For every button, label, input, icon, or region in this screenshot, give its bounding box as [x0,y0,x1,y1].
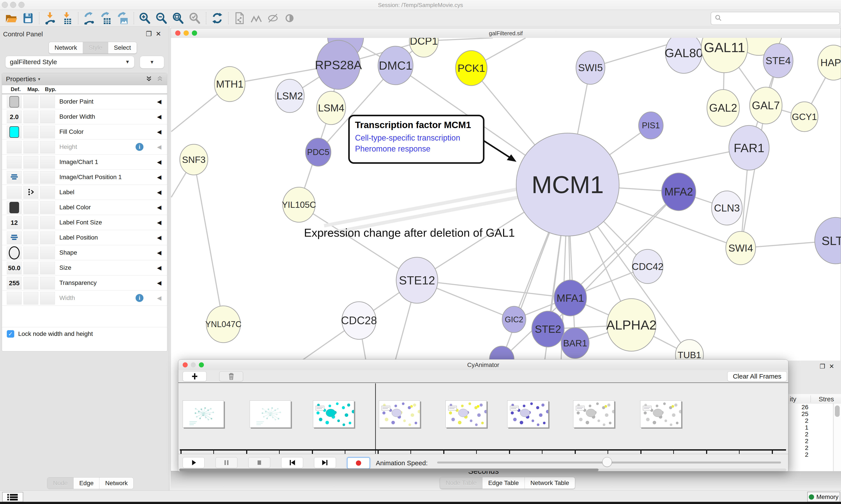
cyanimator-title-bar[interactable]: CyAnimator [178,360,788,370]
show-graphics-icon[interactable] [283,11,297,25]
table-row[interactable]: 2 [788,417,833,424]
property-row-height[interactable]: Height i ◀ [2,140,167,155]
default-swatch[interactable] [10,126,19,138]
property-row-label-font-size[interactable]: 12 Label Font Size ◀ [2,215,167,230]
table-row[interactable]: 2 [788,431,833,438]
property-row-label-color[interactable]: Label Color ◀ [2,200,167,215]
expand-row-icon[interactable]: ◀ [157,140,161,154]
close-panel-icon[interactable]: ✕ [829,363,838,370]
network-node-MCM1[interactable]: MCM1 [516,133,619,236]
network-node-CDC28[interactable]: CDC28 [341,302,377,339]
info-icon[interactable]: i [136,294,143,302]
go-to-end-button[interactable] [314,457,336,468]
network-node-HAP[interactable]: HAP2 [818,45,841,80]
clear-all-frames-button[interactable]: Clear All Frames [727,371,787,381]
network-node-DMC1[interactable]: DMC1 [378,46,413,85]
property-row-image-chart-1[interactable]: Image/Chart 1 ◀ [2,155,167,170]
style-selector[interactable]: galFiltered Style ▼ [5,56,135,68]
expand-row-icon[interactable]: ◀ [157,94,161,109]
record-button[interactable] [347,457,370,469]
tab-node-table[interactable]: Node Table [440,477,482,489]
network-file-icon[interactable] [233,11,247,25]
network-node-GAL80[interactable]: GAL80 [665,38,703,73]
table-row[interactable]: 25 [788,411,833,417]
expand-row-icon[interactable]: ◀ [157,124,161,139]
info-icon[interactable]: i [136,143,143,151]
position-icon[interactable] [11,174,18,181]
property-row-width[interactable]: Width i ◀ [2,290,167,306]
property-row-fill-color[interactable]: Fill Color ◀ [2,124,167,140]
network-node-GCY1[interactable]: GCY1 [791,102,818,131]
network-node-BAR1[interactable]: BAR1 [561,328,589,358]
timeline-playhead[interactable] [375,383,376,459]
network-node-STE2[interactable]: STE2 [532,311,564,347]
tab-node[interactable]: Node [47,478,74,489]
lock-size-checkbox[interactable]: ✓ [7,330,14,338]
import-network-icon[interactable] [43,11,57,25]
network-node-LSM4[interactable]: LSM4 [317,91,345,125]
close-panel-icon[interactable]: ✕ [156,30,165,37]
tab-select[interactable]: Select [108,42,137,53]
network-node-CLN3[interactable]: CLN3 [712,191,742,225]
expand-row-icon[interactable]: ◀ [157,185,161,200]
style-options-button[interactable]: ▼ [140,56,164,69]
export-network-icon[interactable] [82,11,96,25]
stop-button[interactable] [248,457,270,468]
frame-thumbnail-7[interactable] [573,400,614,428]
hide-graphics-icon[interactable] [266,11,280,25]
tab-style[interactable]: Style [83,42,108,53]
timeline-horizontal-scrollbar[interactable] [179,469,786,471]
add-frame-button[interactable] [183,371,207,381]
save-session-icon[interactable] [21,11,35,25]
zoom-in-icon[interactable] [138,11,152,25]
network-node-PCK1[interactable]: PCK1 [455,51,487,86]
expand-all-icon[interactable] [145,75,153,83]
table-row[interactable]: 26 [788,404,833,411]
network-node-SWI5[interactable]: SWI5 [576,51,605,84]
zoom-selected-icon[interactable] [188,11,202,25]
table-scrollbar[interactable] [834,404,841,471]
frame-thumbnail-6[interactable] [507,400,549,428]
network-node-MTH1[interactable]: MTH1 [214,67,245,102]
table-row[interactable]: 2 [788,451,833,458]
frame-thumbnail-8[interactable] [640,400,681,428]
default-value[interactable]: 50.0 [8,265,20,272]
property-row-border-paint[interactable]: Border Paint ◀ [2,94,167,109]
property-row-shape[interactable]: Shape ◀ [2,245,167,260]
float-panel-icon[interactable]: ❐ [146,30,156,37]
float-panel-icon[interactable]: ❐ [820,363,829,370]
network-node-GAL2[interactable]: GAL2 [707,90,739,126]
column-header-stress[interactable]: Stres [819,395,834,403]
import-table-icon[interactable] [60,11,74,25]
expand-row-icon[interactable]: ◀ [157,170,161,184]
property-row-image-chart-position-1[interactable]: Image/Chart Position 1 ◀ [2,170,167,185]
export-image-icon[interactable] [115,11,130,25]
network-node-MFA2[interactable]: MFA2 [662,173,696,211]
ellipse-shape-icon[interactable] [9,246,20,259]
properties-header[interactable]: Properties ▾ [2,73,167,85]
network-node-DCP1[interactable]: DCP1 [409,38,438,57]
default-value[interactable]: 2.0 [10,113,19,121]
annotation-link[interactable]: Cell-type-specific transcription [355,132,478,143]
network-window-title-bar[interactable]: galFiltered.sif [171,28,841,38]
network-node-GAL11[interactable]: GAL11 [701,38,748,73]
network-node-SNF3[interactable]: SNF3 [180,144,208,175]
expand-row-icon[interactable]: ◀ [157,109,161,124]
network-node-SWI4[interactable]: SWI4 [726,231,756,265]
table-row[interactable]: 2 [788,438,833,445]
frame-thumbnail-3[interactable] [313,400,354,428]
scrollbar-thumb[interactable] [835,406,840,417]
memory-button[interactable]: Memory [807,492,840,502]
go-to-start-button[interactable] [281,457,303,468]
table-row[interactable]: 1 [788,424,833,431]
network-node-CDC42[interactable]: CDC42 [632,249,663,284]
export-table-icon[interactable] [99,11,113,25]
network-node-PIS1[interactable]: PIS1 [639,112,663,139]
network-node-PDC5[interactable]: PDC5 [305,138,331,166]
open-session-icon[interactable] [4,11,18,25]
frame-thumbnail-2[interactable] [250,400,291,428]
expand-row-icon[interactable]: ◀ [157,155,161,169]
default-swatch[interactable] [10,96,19,108]
tab-network[interactable]: Network [100,478,133,489]
position-icon[interactable] [11,234,18,241]
